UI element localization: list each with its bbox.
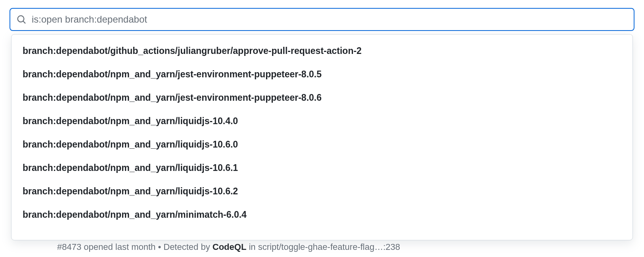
suggestion-item[interactable]: branch:dependabot/npm_and_yarn/liquidjs-…	[12, 180, 632, 203]
search-box[interactable]	[10, 8, 634, 31]
suggestion-item[interactable]: branch:dependabot/npm_and_yarn/jest-envi…	[12, 86, 632, 109]
suggestion-item[interactable]: branch:dependabot/npm_and_yarn/liquidjs-…	[12, 109, 632, 133]
issue-metadata-row: #8473 opened last month • Detected by Co…	[57, 242, 400, 252]
opened-text: opened last month • Detected by	[81, 242, 213, 252]
search-input[interactable]	[32, 14, 627, 25]
suggestion-item[interactable]: branch:dependabot/npm_and_yarn/jest-envi…	[12, 63, 632, 86]
issue-number: #8473	[57, 242, 81, 252]
search-icon	[17, 15, 26, 24]
dropdown-scroll[interactable]: branch:dependabot/github_actions/juliang…	[12, 35, 632, 240]
suggestion-item[interactable]: branch:dependabot/github_actions/juliang…	[12, 39, 632, 63]
suggestion-item[interactable]: branch:dependabot/npm_and_yarn/liquidjs-…	[12, 156, 632, 180]
autocomplete-dropdown: branch:dependabot/github_actions/juliang…	[11, 34, 633, 240]
suggestion-item[interactable]: branch:dependabot/npm_and_yarn/liquidjs-…	[12, 133, 632, 156]
suggestion-item[interactable]: branch:dependabot/npm_and_yarn/minimatch…	[12, 203, 632, 226]
file-location: in script/toggle-ghae-feature-flag…:238	[246, 242, 400, 252]
detector-name: CodeQL	[213, 242, 247, 252]
